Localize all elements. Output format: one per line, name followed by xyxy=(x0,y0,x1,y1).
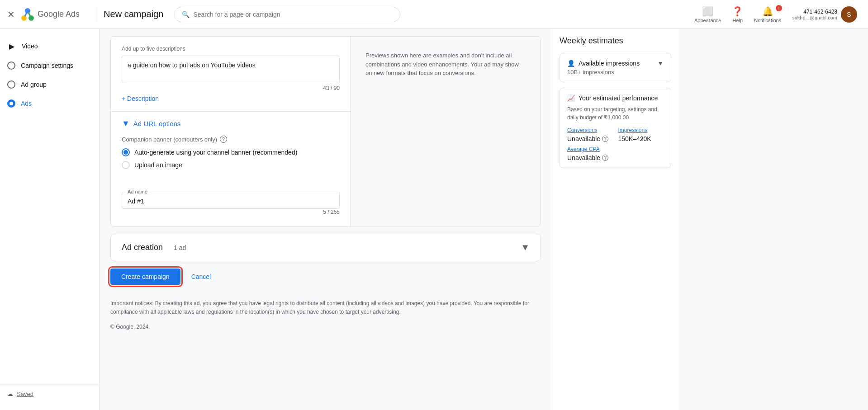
ad-name-char-count: 5 / 255 xyxy=(122,209,340,215)
sidebar-item-ads-label: Ads xyxy=(21,100,32,107)
performance-grid: Conversions Unavailable ? Impressions 15… xyxy=(567,127,664,142)
appearance-button[interactable]: ⬜ Appearance xyxy=(691,4,725,25)
sidebar-nav: ▶ Video Campaign settings Ad group Ads xyxy=(0,36,99,113)
sidebar-item-campaign-settings-label: Campaign settings xyxy=(21,62,73,69)
radio-upload-image-circle xyxy=(122,161,130,169)
conversions-value: Unavailable ? xyxy=(567,135,613,142)
appearance-label: Appearance xyxy=(694,18,721,23)
svg-line-4 xyxy=(28,13,30,16)
logo-text: Google Ads xyxy=(38,9,80,19)
impressions-label[interactable]: Impressions xyxy=(618,127,664,133)
radio-upload-image[interactable]: Upload an image xyxy=(122,161,340,169)
ad-creation-bar[interactable]: Ad creation 1 ad ▼ xyxy=(110,234,541,261)
video-icon: ▶ xyxy=(7,42,16,51)
help-button[interactable]: ❓ Help xyxy=(728,4,747,25)
right-panel: Weekly estimates 👤 Available impressions… xyxy=(552,29,678,410)
saved-label: Saved xyxy=(17,391,33,397)
estimated-performance-card: 📈 Your estimated performance Based on yo… xyxy=(560,88,671,168)
avg-cpa-label[interactable]: Average CPA xyxy=(567,146,664,152)
available-impressions-value: 10B+ impressions xyxy=(567,69,664,75)
sidebar: ▶ Video Campaign settings Ad group Ads ☁… xyxy=(0,29,100,410)
ad-creation-title: Ad creation xyxy=(122,243,163,252)
add-description-button[interactable]: + Description xyxy=(122,95,159,102)
google-ads-logo-icon xyxy=(20,7,35,22)
ads-step-icon xyxy=(7,99,15,108)
performance-trend-icon: 📈 xyxy=(567,94,575,102)
copyright: © Google, 2024. xyxy=(110,324,541,330)
radio-auto-generate-circle xyxy=(122,148,130,156)
user-phone: 471-462-6423 xyxy=(792,9,837,15)
search-bar[interactable]: 🔍 xyxy=(174,7,400,22)
companion-banner-help-icon[interactable]: ? xyxy=(220,136,227,143)
avatar: S xyxy=(841,6,857,23)
ad-creation-left: Ad creation 1 ad xyxy=(122,243,186,252)
url-options-chevron-icon: ▼ xyxy=(122,119,130,128)
available-impressions-chevron-icon[interactable]: ▼ xyxy=(657,60,664,67)
close-button[interactable]: ✕ xyxy=(7,9,15,20)
header: ✕ Google Ads New campaign 🔍 ⬜ Appearance… xyxy=(0,0,868,29)
user-details: 471-462-6423 sukhp...@gmail.com xyxy=(792,9,837,20)
preview-note: Previews shown here are examples and don… xyxy=(358,44,533,85)
svg-point-1 xyxy=(28,15,34,21)
create-campaign-button[interactable]: Create campaign xyxy=(110,269,180,285)
main-layout: ▶ Video Campaign settings Ad group Ads ☁… xyxy=(0,29,868,410)
sidebar-item-video[interactable]: ▶ Video xyxy=(0,36,99,56)
sidebar-item-ad-group-label: Ad group xyxy=(21,81,47,88)
url-options-header[interactable]: ▼ Ad URL options xyxy=(122,119,340,128)
ad-name-input[interactable] xyxy=(128,196,334,205)
description-section: Add up to five descriptions 43 / 90 + De… xyxy=(111,37,351,111)
cancel-button[interactable]: Cancel xyxy=(188,269,215,285)
estimated-performance-title: 📈 Your estimated performance xyxy=(567,94,664,102)
sidebar-item-video-label: Video xyxy=(22,42,38,50)
user-info[interactable]: 471-462-6423 sukhp...@gmail.com S xyxy=(788,5,861,24)
available-impressions-title: 👤 Available impressions xyxy=(567,60,640,67)
ad-name-section: Ad name 5 / 255 xyxy=(111,181,351,226)
description-char-count: 43 / 90 xyxy=(122,85,340,91)
action-row: Create campaign Cancel xyxy=(110,269,541,285)
weekly-estimates-title: Weekly estimates xyxy=(560,36,671,46)
sidebar-item-ad-group[interactable]: Ad group xyxy=(0,75,99,94)
search-input[interactable] xyxy=(193,11,393,18)
description-label: Add up to five descriptions xyxy=(122,46,340,52)
conversions-help-icon[interactable]: ? xyxy=(602,136,608,142)
notifications-button[interactable]: 🔔 ! Notifications xyxy=(750,4,785,25)
campaign-settings-step-icon xyxy=(7,61,15,70)
help-label: Help xyxy=(732,18,743,23)
form-panel: Add up to five descriptions 43 / 90 + De… xyxy=(111,37,351,226)
radio-auto-generate[interactable]: Auto-generate using your channel banner … xyxy=(122,148,340,156)
svg-point-2 xyxy=(25,8,30,14)
url-options-section: ▼ Ad URL options Companion banner (compu… xyxy=(111,111,351,181)
svg-point-0 xyxy=(21,15,27,21)
notifications-label: Notifications xyxy=(754,18,781,23)
card-inner: Add up to five descriptions 43 / 90 + De… xyxy=(111,37,541,226)
radio-auto-generate-label: Auto-generate using your channel banner … xyxy=(134,149,297,156)
sidebar-item-ads[interactable]: Ads xyxy=(0,94,99,113)
description-input[interactable] xyxy=(128,61,334,76)
preview-panel: Previews shown here are examples and don… xyxy=(351,37,541,226)
conversions-label[interactable]: Conversions xyxy=(567,127,613,133)
url-options-title: Ad URL options xyxy=(133,120,181,127)
impressions-item: Impressions 150K–420K xyxy=(618,127,664,142)
help-icon: ❓ xyxy=(732,6,743,17)
available-impressions-header: 👤 Available impressions ▼ xyxy=(567,60,664,67)
avg-cpa-value: Unavailable ? xyxy=(567,154,664,161)
legal-notice: Important notices: By creating this ad, … xyxy=(110,292,541,320)
ad-creation-chevron-icon: ▼ xyxy=(521,242,530,253)
notification-badge: ! xyxy=(776,5,782,11)
avg-cpa-help-icon[interactable]: ? xyxy=(602,155,608,161)
logo: Google Ads xyxy=(20,7,80,22)
radio-upload-image-label: Upload an image xyxy=(134,161,182,169)
ad-name-input-wrap[interactable]: Ad name xyxy=(122,192,340,209)
description-card: Add up to five descriptions 43 / 90 + De… xyxy=(110,36,541,226)
ad-count: 1 ad xyxy=(174,244,186,251)
main-content: Add up to five descriptions 43 / 90 + De… xyxy=(100,29,552,410)
ad-name-floating-label: Ad name xyxy=(126,189,149,194)
conversions-item: Conversions Unavailable ? xyxy=(567,127,613,142)
companion-banner-label: Companion banner (computers only) ? xyxy=(122,136,340,143)
available-impressions-card: 👤 Available impressions ▼ 10B+ impressio… xyxy=(560,53,671,82)
description-input-wrap[interactable] xyxy=(122,56,340,83)
radio-auto-generate-dot xyxy=(123,150,128,155)
ad-group-step-icon xyxy=(7,80,15,89)
sidebar-item-campaign-settings[interactable]: Campaign settings xyxy=(0,56,99,75)
header-divider xyxy=(96,7,96,22)
